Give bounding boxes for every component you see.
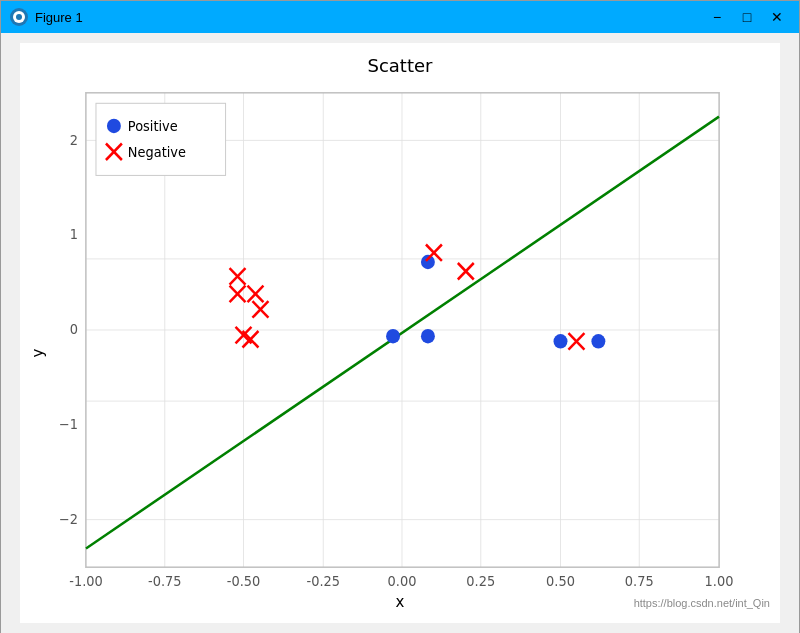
negative-point [247,286,263,302]
plot-area: y [20,82,780,623]
svg-text:1.00: 1.00 [705,573,734,588]
svg-line-18 [86,117,719,549]
svg-text:1: 1 [70,227,78,242]
svg-text:-0.50: -0.50 [227,573,260,588]
window-title: Figure 1 [35,10,703,25]
plot-svg: -1.00 -0.75 -0.50 -0.25 0.00 0.25 0.50 0… [86,93,719,567]
negative-point [252,301,268,317]
svg-text:-0.75: -0.75 [148,573,181,588]
positive-point [386,329,400,343]
negative-point [568,333,584,349]
plot-inner: -1.00 -0.75 -0.50 -0.25 0.00 0.25 0.50 0… [85,92,720,568]
svg-text:-1.00: -1.00 [69,573,102,588]
svg-text:0: 0 [70,322,78,337]
svg-text:0.00: 0.00 [388,573,417,588]
watermark: https://blog.csdn.net/int_Qin [634,597,770,609]
svg-text:2: 2 [70,132,78,147]
y-axis-label: y [29,348,47,357]
svg-point-2 [16,14,22,20]
svg-text:Negative: Negative [128,145,186,160]
close-button[interactable]: ✕ [763,5,791,29]
x-axis-label: x [396,593,405,611]
svg-text:0.25: 0.25 [466,573,495,588]
svg-text:0.50: 0.50 [546,573,575,588]
maximize-button[interactable]: □ [733,5,761,29]
window: Figure 1 − □ ✕ Scatter y [0,0,800,633]
negative-point [458,263,474,279]
svg-text:−1: −1 [59,417,78,432]
positive-point [421,329,435,343]
svg-text:−2: −2 [59,512,78,527]
titlebar: Figure 1 − □ ✕ [1,1,799,33]
negative-point [243,331,259,347]
svg-text:0.75: 0.75 [625,573,654,588]
positive-point [554,334,568,348]
figure-content: Scatter y [1,33,799,633]
plot-title: Scatter [20,43,780,82]
svg-text:Positive: Positive [128,119,178,134]
minimize-button[interactable]: − [703,5,731,29]
positive-point [591,334,605,348]
positive-point [421,255,435,269]
svg-rect-51 [96,103,226,175]
app-icon [9,7,29,27]
window-controls: − □ ✕ [703,5,791,29]
figure-container: Scatter y [20,43,780,623]
svg-text:-0.25: -0.25 [307,573,340,588]
svg-point-52 [107,119,121,133]
